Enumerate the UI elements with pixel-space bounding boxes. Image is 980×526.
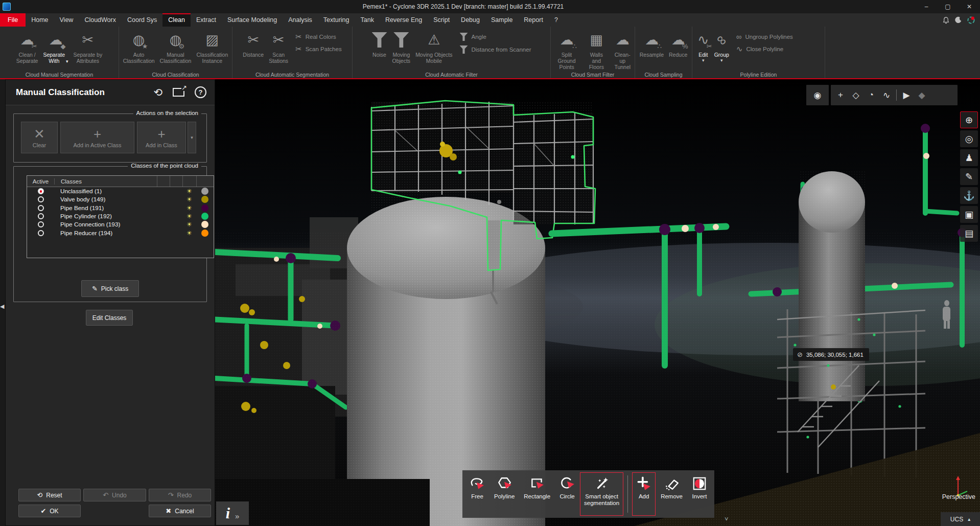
ribbon-button-separate-by-attributes[interactable]: ✂ Separate by Attributes	[72, 28, 105, 64]
ribbon-button-scan-stations[interactable]: ✂ Scan Stations	[267, 28, 290, 64]
cube-view-tool-button[interactable]: ▣	[960, 206, 978, 223]
projection-mode-label[interactable]: Perspective	[942, 493, 975, 500]
class-row-pipe-connection[interactable]: Pipe Connection (193) ☀	[27, 220, 214, 228]
free-selection-button[interactable]: Free	[465, 472, 489, 516]
add-mode-button[interactable]: Add	[632, 472, 656, 516]
ribbon-button-distance-from-scanner[interactable]: Distance from Scanner	[460, 45, 531, 54]
class-color-swatch[interactable]	[201, 221, 208, 228]
menu-item-reverse-eng[interactable]: Reverse Eng	[380, 13, 428, 27]
class-color-swatch[interactable]	[201, 213, 208, 220]
menu-item-file[interactable]: File	[0, 13, 26, 27]
center-view-tool-button[interactable]: ◎	[960, 130, 978, 147]
ribbon-button-clean-up-tunnel[interactable]: ☁ Clean-up Tunnel	[610, 28, 635, 70]
ribbon-button-resample[interactable]: ☁∴ Resample	[638, 28, 666, 58]
ribbon-button-noise[interactable]: Noise	[370, 28, 389, 58]
pick-cursor-icon[interactable]: ▶	[899, 90, 914, 101]
menu-item-tank[interactable]: Tank	[355, 13, 379, 27]
picked-items-icon[interactable]: ◆	[914, 90, 929, 101]
ribbon-button-separate-with[interactable]: ☁◆ Separate With▾	[41, 28, 70, 64]
class-active-radio[interactable]	[38, 188, 44, 194]
ribbon-button-split-ground-points[interactable]: ☁∴ Split Ground Points	[551, 28, 582, 70]
menu-item-report[interactable]: Report	[518, 13, 549, 27]
visibility-bulb-icon[interactable]: ☀	[186, 188, 192, 194]
menu-item-debug[interactable]: Debug	[455, 13, 485, 27]
add-in-active-class-button[interactable]: + Add in Active Class	[60, 122, 134, 153]
class-active-radio[interactable]	[38, 213, 44, 219]
rectangle-selection-button[interactable]: Rectangle	[520, 472, 554, 516]
viewport-3d[interactable]: ◉ + ◇ ◔ ∿ ▶ ◆ ⊕ ◎ ♟ ✎ ⚓ ▣ ▤ ⊘ 35,086; 30…	[215, 79, 980, 526]
visibility-bulb-icon[interactable]: ☀	[186, 230, 192, 236]
clear-selection-button[interactable]: ✕ Clear	[21, 122, 58, 153]
detach-panel-icon[interactable]: ↗	[173, 88, 184, 97]
visibility-bulb-icon[interactable]: ☀	[186, 221, 192, 227]
ribbon-button-clean-separate[interactable]: ☁✂ Clean / Separate	[14, 28, 40, 64]
ribbon-button-close-polyline[interactable]: ∿Close Polyline	[736, 45, 793, 53]
ribbon-button-edit-polyline[interactable]: ∿✂ Edit ▾	[695, 28, 711, 63]
menu-item-surface-modeling[interactable]: Surface Modeling	[222, 13, 283, 27]
menu-item-script[interactable]: Script	[428, 13, 455, 27]
ribbon-button-group-polyline[interactable]: ∞ Group ▾	[712, 28, 731, 63]
info-button[interactable]: i »	[216, 501, 249, 525]
help-icon[interactable]: ?	[195, 86, 206, 98]
account-badge-icon[interactable]	[967, 16, 975, 24]
class-color-swatch[interactable]	[201, 196, 208, 203]
restore-defaults-icon[interactable]: ⟲	[153, 87, 162, 98]
menu-item-clean[interactable]: Clean	[162, 13, 191, 27]
class-color-swatch[interactable]	[201, 188, 208, 195]
menu-item-texturing[interactable]: Texturing	[318, 13, 355, 27]
menu-item-cloudworx[interactable]: CloudWorx	[79, 13, 122, 27]
visibility-bulb-icon[interactable]: ☀	[186, 213, 192, 219]
polyline-selection-button[interactable]: Polyline	[490, 472, 519, 516]
maximize-button[interactable]: ▢	[937, 0, 959, 13]
ribbon-button-moving-objects-mobile[interactable]: ⚠ Moving Objects Mobile	[413, 28, 454, 64]
reset-button[interactable]: ⟲ Reset	[18, 489, 81, 501]
class-active-radio[interactable]	[38, 221, 44, 227]
smart-object-segmentation-button[interactable]: Smart object segmentation	[580, 472, 623, 516]
class-row-pipe-cylinder[interactable]: Pipe Cylinder (192) ☀	[27, 212, 214, 220]
ribbon-button-reduce[interactable]: ☁% Reduce	[667, 28, 689, 58]
ribbon-button-real-colors[interactable]: ✂Real Colors	[295, 33, 342, 40]
compare-measurement-icon[interactable]: ◇	[848, 90, 864, 101]
ribbon-button-scan-patches[interactable]: ✂Scan Patches	[295, 45, 342, 53]
profile-measurement-icon[interactable]: ∿	[879, 90, 894, 101]
class-row-pipe-reducer[interactable]: Pipe Reducer (194) ☀	[27, 228, 214, 237]
draw-tool-button[interactable]: ✎	[960, 168, 978, 185]
angle-measurement-icon[interactable]: ◔	[864, 90, 879, 100]
ribbon-button-angle[interactable]: Angle	[460, 33, 531, 41]
invert-mode-button[interactable]: Invert	[688, 472, 711, 516]
class-active-radio[interactable]	[38, 205, 44, 211]
pick-class-button[interactable]: ✎ Pick class	[81, 280, 139, 297]
theme-moon-icon[interactable]	[955, 16, 962, 24]
redo-button[interactable]: ↷ Redo	[149, 489, 211, 501]
toolbar-expand-chevron[interactable]: ˅	[725, 515, 729, 523]
ribbon-button-moving-objects[interactable]: Moving Objects	[390, 28, 413, 64]
class-active-radio[interactable]	[38, 230, 44, 236]
add-in-class-dropdown[interactable]: ▾	[188, 122, 196, 153]
menu-item-extract[interactable]: Extract	[191, 13, 222, 27]
minimize-button[interactable]: –	[916, 0, 937, 13]
menu-item-help[interactable]: ?	[549, 13, 564, 27]
menu-item-analysis[interactable]: Analysis	[283, 13, 318, 27]
visibility-bulb-icon[interactable]: ☀	[186, 205, 192, 211]
add-measurement-icon[interactable]: +	[833, 90, 848, 100]
ribbon-button-manual-classification[interactable]: ◍⚙ Manual Classification	[158, 28, 194, 64]
visibility-bulb-icon[interactable]: ☀	[186, 196, 192, 202]
menu-item-coord-sys[interactable]: Coord Sys	[122, 13, 162, 27]
ucs-selector[interactable]: UCS ▴	[941, 512, 980, 526]
walkthrough-tool-button[interactable]: ♟	[960, 149, 978, 166]
target-icon[interactable]: ◉	[810, 90, 825, 101]
ribbon-button-ungroup-polylines[interactable]: ∞Ungroup Polylines	[736, 33, 793, 40]
add-in-class-button[interactable]: + Add in Class	[137, 122, 186, 153]
edit-classes-button[interactable]: Edit Classes	[86, 310, 133, 326]
class-row-valve-body[interactable]: Valve body (149) ☀	[27, 195, 214, 203]
ribbon-button-walls-and-floors[interactable]: ▦ Walls and Floors	[584, 28, 609, 70]
ribbon-button-classification-instance[interactable]: ▨ Classification Instance	[194, 28, 230, 64]
close-button[interactable]: ✕	[959, 0, 980, 13]
class-color-swatch[interactable]	[201, 204, 208, 212]
ribbon-button-auto-classification[interactable]: ◍★ Auto Classification	[121, 28, 157, 64]
class-row-pipe-bend[interactable]: Pipe Bend (191) ☀	[27, 204, 214, 212]
menu-item-home[interactable]: Home	[26, 13, 54, 27]
panel-collapse-arrow[interactable]: ◀	[0, 303, 4, 310]
undo-button[interactable]: ↶ Undo	[83, 489, 146, 501]
images-tool-button[interactable]: ▤	[960, 225, 978, 242]
